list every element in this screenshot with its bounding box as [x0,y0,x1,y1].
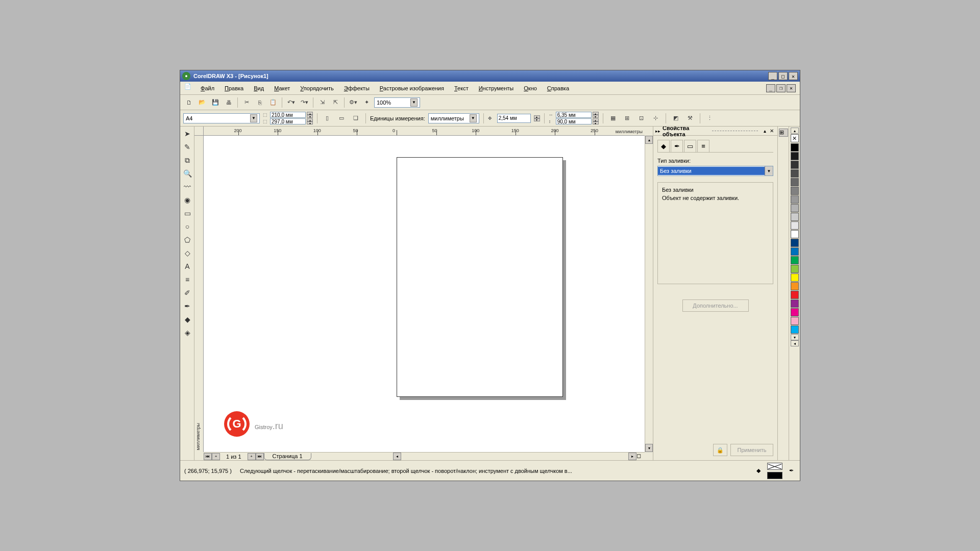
color-swatch[interactable] [791,204,799,212]
zoom-tool-icon[interactable]: 🔍 [181,167,193,180]
color-swatch[interactable] [791,273,799,282]
docker-handle-icon[interactable]: ⊞ [779,129,788,137]
snap-obj-icon[interactable]: ⊡ [636,113,647,124]
dynamic-guides-icon[interactable]: ⊹ [650,113,662,124]
menu-text[interactable]: Текст [450,83,473,93]
detail-tab-icon[interactable]: ≡ [697,140,709,152]
shape-tool-icon[interactable]: ✎ [181,141,193,153]
advanced-button[interactable]: Дополнительно... [682,299,749,312]
color-swatch[interactable] [791,317,799,325]
outline-tool-icon[interactable]: ✒ [181,300,193,312]
fill-indicator-icon[interactable]: ◆ [754,466,763,475]
minimize-button[interactable]: _ [768,72,777,80]
palette-down-button[interactable]: ▾ [791,334,799,340]
scroll-down-icon[interactable]: ▾ [645,444,653,452]
color-swatch[interactable] [791,299,799,308]
blend-tool-icon[interactable]: ≡ [181,273,193,286]
page[interactable] [397,157,563,397]
more-icon[interactable]: ⋮ [704,113,716,124]
spin-down-icon[interactable]: ▾ [307,121,313,124]
color-swatch[interactable] [791,221,799,230]
undo-icon[interactable]: ↶▾ [285,97,297,108]
menu-file[interactable]: Файл [197,83,218,93]
first-page-button[interactable]: ⏮ [204,453,212,460]
redo-icon[interactable]: ↷▾ [299,97,310,108]
last-page-button[interactable]: ⏭ [256,453,264,460]
import-icon[interactable]: ⇲ [316,97,328,108]
lock-button[interactable]: 🔒 [713,444,727,456]
color-swatch[interactable] [791,265,799,273]
ruler-vertical[interactable]: миллиметры [194,136,204,452]
welcome-icon[interactable]: ✦ [361,97,372,108]
treat-as-filled-icon[interactable]: ◩ [670,113,681,124]
status-fill-swatch[interactable] [767,463,782,470]
portrait-icon[interactable]: ▯ [322,113,333,124]
page-icon[interactable]: ❏ [350,113,361,124]
mdi-restore-button[interactable]: ❐ [776,84,786,92]
doc-menu-icon[interactable]: 📄 [184,83,194,93]
cut-icon[interactable]: ✂ [241,97,252,108]
nudge-input[interactable]: 2,54 мм [497,114,531,123]
menu-edit[interactable]: Правка [220,83,248,93]
ruler-horizontal[interactable]: миллиметры 20015010050050100150200250 [204,127,645,136]
color-swatch[interactable] [791,282,799,290]
ruler-corner[interactable] [194,127,204,136]
maximize-button[interactable]: □ [778,72,788,80]
rectangle-tool-icon[interactable]: ▭ [181,207,193,219]
outline-indicator-icon[interactable]: ✒ [787,466,796,475]
scroll-right-icon[interactable]: ▸ [628,453,636,460]
pick-tool-icon[interactable]: ➤ [181,128,193,140]
dup-y-input[interactable]: 90,0 мм [556,118,592,124]
page-width-input[interactable]: 210,0 мм [270,112,306,118]
color-swatch[interactable] [791,213,799,221]
color-swatch[interactable] [791,178,799,186]
collapse-button[interactable]: ▴ [761,128,768,135]
fill-type-combo[interactable]: Без заливки ▼ [657,166,773,176]
copy-icon[interactable]: ⎘ [254,97,265,108]
color-swatch[interactable] [791,187,799,195]
fill-tool-icon[interactable]: ◆ [181,313,193,325]
paper-size-combo[interactable]: A4 ▼ [183,113,260,123]
open-icon[interactable]: 📂 [197,97,208,108]
color-swatch[interactable] [791,169,799,178]
page-tab[interactable]: Страница 1 [264,453,311,460]
text-tool-icon[interactable]: A [181,260,193,272]
color-swatch[interactable] [791,256,799,264]
menu-arrange[interactable]: Упорядочить [296,83,337,93]
no-fill-swatch[interactable] [791,134,799,142]
ellipse-tool-icon[interactable]: ○ [181,220,193,233]
canvas-viewport[interactable]: G Gistroy.ru [204,136,645,452]
color-swatch[interactable] [791,247,799,256]
color-swatch[interactable] [791,152,799,160]
menu-layout[interactable]: Макет [270,83,294,93]
apply-button[interactable]: Применить [730,444,773,456]
color-swatch[interactable] [791,325,799,334]
app-launcher-icon[interactable]: ⚙▾ [348,97,359,108]
scroll-up-icon[interactable]: ▴ [645,136,653,144]
menu-tools[interactable]: Инструменты [475,83,518,93]
add-page-after-button[interactable]: + [248,453,256,460]
docker-header[interactable]: ▸▸ Свойства объекта ▴ ✕ [653,127,777,136]
zoom-combo[interactable]: 100% ▼ [374,97,420,108]
export-icon[interactable]: ⇱ [330,97,341,108]
scroll-left-icon[interactable]: ◂ [393,453,401,460]
color-swatch[interactable] [791,230,799,238]
docker-close-button[interactable]: ✕ [768,128,775,135]
menu-window[interactable]: Окно [520,83,541,93]
menu-view[interactable]: Вид [250,83,268,93]
save-icon[interactable]: 💾 [210,97,221,108]
palette-flyout-button[interactable]: ◂ [791,340,799,346]
color-swatch[interactable] [791,143,799,152]
options-icon[interactable]: ⚒ [684,113,696,124]
close-button[interactable]: ✕ [789,72,798,80]
color-swatch[interactable] [791,291,799,299]
new-icon[interactable]: 🗋 [183,97,194,108]
crop-tool-icon[interactable]: ⧉ [181,154,193,166]
color-swatch[interactable] [791,195,799,204]
horizontal-scrollbar[interactable]: ◂ ▸ [393,453,636,460]
dup-x-input[interactable]: 6,35 мм [556,112,592,118]
menu-help[interactable]: Справка [543,83,573,93]
paste-icon[interactable]: 📋 [267,97,279,108]
menu-bitmaps[interactable]: Растровые изображения [376,83,448,93]
outline-tab-icon[interactable]: ✒ [671,140,683,152]
